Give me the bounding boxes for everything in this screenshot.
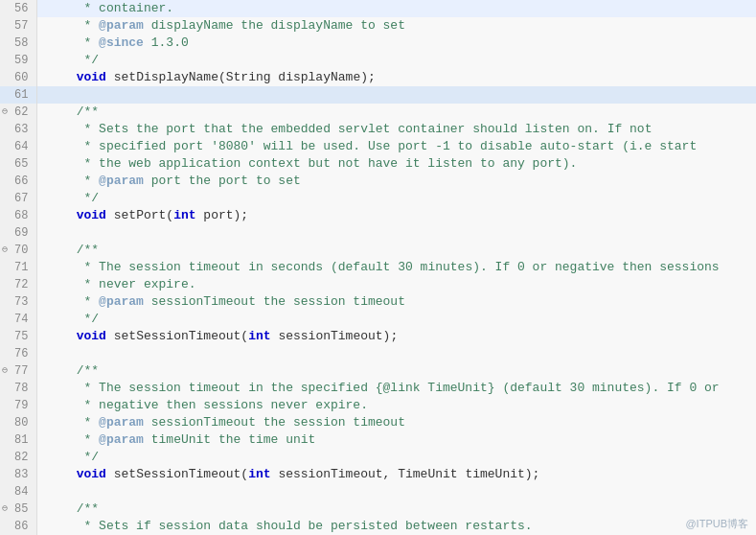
code-segment: */	[47, 191, 100, 205]
code-line-content: * The session timeout in seconds (defaul…	[36, 259, 756, 276]
code-line-content: * never expire.	[36, 276, 756, 293]
line-number: 59	[0, 52, 36, 69]
code-segment	[47, 208, 77, 222]
table-row: ⊖62 /**	[0, 104, 756, 121]
code-segment: the	[99, 156, 121, 171]
code-segment: void	[77, 467, 106, 481]
code-segment: 1.3.0	[144, 35, 189, 50]
code-segment: void	[77, 70, 106, 84]
table-row: 61	[0, 86, 756, 104]
table-row: 75 void setSessionTimeout(int sessionTim…	[0, 328, 756, 345]
line-number: ⊖70	[0, 242, 36, 259]
table-row: 79 * negative then sessions never expire…	[0, 397, 756, 414]
table-row: 81 * @param timeUnit the time unit	[0, 431, 756, 449]
table-row: 82 */	[0, 449, 756, 466]
code-segment: *	[47, 174, 100, 188]
code-segment: setPort(	[106, 208, 173, 222]
line-number: 76	[0, 345, 36, 362]
code-segment: session timeout	[286, 415, 405, 430]
line-number: 82	[0, 449, 36, 466]
code-segment: /**	[47, 501, 100, 516]
line-number: 60	[0, 69, 36, 86]
code-segment: sessionTimeout the session timeout	[144, 294, 405, 309]
line-number: 66	[0, 173, 36, 190]
code-segment: setSessionTimeout(	[106, 467, 248, 481]
line-number: 56	[0, 0, 36, 17]
code-line-content: */	[36, 449, 756, 466]
line-number: 78	[0, 380, 36, 397]
code-line-content	[36, 224, 756, 242]
line-number: 69	[0, 224, 36, 242]
line-number: 81	[0, 431, 36, 449]
code-line-content: */	[36, 311, 756, 328]
table-row: 78 * The session timeout in the specifie…	[0, 380, 756, 397]
code-segment: timeout	[189, 260, 241, 274]
code-segment: @param	[99, 174, 144, 188]
line-number: 71	[0, 259, 36, 276]
code-segment: * never expire.	[47, 277, 196, 291]
fold-marker[interactable]: ⊖	[2, 104, 8, 121]
code-line-content: * container.	[36, 0, 756, 17]
line-number: 73	[0, 293, 36, 311]
code-segment: void	[77, 208, 106, 222]
code-line-content: * the web application context but not ha…	[36, 155, 756, 173]
line-number: 68	[0, 207, 36, 224]
code-segment: void	[77, 329, 106, 343]
code-segment: sessionTimeout	[144, 415, 263, 430]
code-segment: */	[47, 53, 100, 67]
code-segment: * The session	[47, 260, 189, 274]
code-line-content: * Sets the port that the embedded servle…	[36, 121, 756, 138]
table-row: 58 * @since 1.3.0	[0, 35, 756, 52]
watermark: @ITPUB博客	[685, 517, 748, 531]
line-number: ⊖77	[0, 362, 36, 380]
code-segment: @since	[99, 35, 144, 50]
code-segment: the embedded servlet container should li…	[234, 122, 607, 136]
line-number: ⊖62	[0, 104, 36, 121]
code-segment: */	[47, 450, 100, 464]
code-line-content: * @param port the port to set	[36, 173, 756, 190]
code-line-content	[36, 345, 756, 362]
table-row: 76	[0, 345, 756, 362]
code-segment: sessionTimeout, TimeUnit timeUnit);	[271, 467, 540, 481]
table-row: 66 * @param port the port to set	[0, 173, 756, 190]
code-segment: /**	[47, 363, 100, 378]
line-number: 67	[0, 190, 36, 207]
table-row: 65 * the web application context but not…	[0, 155, 756, 173]
line-number: 58	[0, 35, 36, 52]
code-line-content: * @since 1.3.0	[36, 35, 756, 52]
line-number: 79	[0, 397, 36, 414]
code-segment: in seconds (default 30 minutes). If 0 or…	[241, 260, 719, 274]
code-segment: * The session timeout in the specified {…	[47, 381, 720, 395]
code-line-content: /**	[36, 362, 756, 380]
code-segment	[47, 329, 77, 343]
code-segment: int	[248, 329, 270, 343]
code-line-content: /**	[36, 500, 756, 518]
table-row: 72 * never expire.	[0, 276, 756, 293]
code-line-content: void setSessionTimeout(int sessionTimeou…	[36, 466, 756, 483]
code-segment: @param	[99, 415, 144, 430]
code-segment	[47, 70, 77, 84]
code-editor: 56 * container.57 * @param displayName t…	[0, 0, 756, 535]
code-segment: @param	[99, 294, 144, 309]
line-number: 64	[0, 138, 36, 155]
fold-marker[interactable]: ⊖	[2, 362, 8, 380]
code-segment: *	[47, 294, 100, 309]
code-segment: that	[203, 122, 233, 136]
code-line-content: * @param displayName the displayName to …	[36, 17, 756, 35]
code-line-content: void setDisplayName(String displayName);	[36, 69, 756, 86]
code-segment: *	[47, 415, 100, 430]
code-segment: If	[607, 122, 623, 136]
code-line-content: void setSessionTimeout(int sessionTimeou…	[36, 328, 756, 345]
code-line-content: * negative then sessions never expire.	[36, 397, 756, 414]
table-row: 60 void setDisplayName(String displayNam…	[0, 69, 756, 86]
code-segment: * specified port '8080' will be used. Us…	[47, 139, 698, 153]
table-row: ⊖77 /**	[0, 362, 756, 380]
line-number: 57	[0, 17, 36, 35]
code-segment	[47, 467, 77, 481]
code-segment: the	[263, 415, 286, 430]
fold-marker[interactable]: ⊖	[2, 500, 8, 518]
code-segment: int	[173, 208, 195, 222]
line-number: 86	[0, 518, 36, 535]
table-row: 80 * @param sessionTimeout the session t…	[0, 414, 756, 431]
fold-marker[interactable]: ⊖	[2, 242, 8, 259]
